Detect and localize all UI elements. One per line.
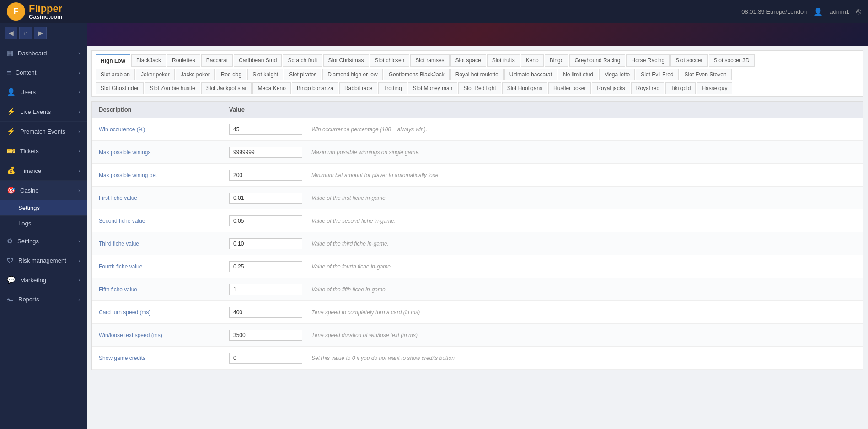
settings-input-third-fiche-value[interactable]: [229, 238, 302, 249]
marketing-icon: 💬: [7, 276, 16, 284]
tab-slot-red-light[interactable]: Slot Red light: [458, 82, 501, 94]
settings-row-show-game-credits: Show game creditsSet this value to 0 if …: [92, 347, 863, 370]
settings-input-win-loose-text-speed[interactable]: [229, 330, 302, 341]
sidebar-sub-item-logs[interactable]: Logs: [0, 216, 87, 231]
tab-slot-money-man[interactable]: Slot Money man: [408, 82, 458, 94]
sidebar-forward-button[interactable]: ▶: [34, 27, 47, 39]
tab-bingo-bonanza[interactable]: Bingo bonanza: [292, 82, 338, 94]
sidebar-sub-item-settings[interactable]: Settings: [0, 200, 87, 216]
logout-icon[interactable]: ⎋: [856, 7, 861, 16]
tab-horse-racing[interactable]: Horse Racing: [626, 54, 670, 67]
tab-bingo[interactable]: Bingo: [545, 54, 569, 67]
tab-slot-fruits[interactable]: Slot fruits: [487, 54, 520, 67]
tab-baccarat[interactable]: Baccarat: [201, 54, 233, 67]
sidebar-item-marketing[interactable]: 💬 Marketing ›: [0, 270, 87, 290]
settings-label-win-occurrence: Win occurence (%): [99, 126, 229, 133]
tab-high-low[interactable]: High Low: [96, 54, 130, 67]
tab-slot-ghost-rider[interactable]: Slot Ghost rider: [96, 82, 144, 94]
chevron-right-icon: ›: [78, 70, 80, 75]
settings-input-max-possible-winning-bet[interactable]: [229, 170, 302, 181]
settings-row-second-fiche-value: Second fiche valueValue of the second fi…: [92, 209, 863, 232]
sidebar-item-dashboard[interactable]: ▦ Dashboard ›: [0, 43, 87, 63]
sidebar-label-finance: Finance: [20, 167, 41, 174]
tab-slot-ramses[interactable]: Slot ramses: [410, 54, 449, 67]
tab-slot-christmas[interactable]: Slot Christmas: [323, 54, 369, 67]
sidebar-back-button[interactable]: ◀: [5, 27, 17, 39]
sidebar-item-content[interactable]: ≡ Content ›: [0, 63, 87, 82]
prematch-events-icon: ⚡: [7, 127, 16, 135]
tab-ultimate-baccarat[interactable]: Ultimate baccarat: [504, 69, 557, 80]
settings-hint-max-possible-winning-bet: Minimum bet amount for player to automat…: [311, 172, 856, 178]
tab-slot-even-steven[interactable]: Slot Even Steven: [680, 69, 732, 80]
tab-rabbit-race[interactable]: Rabbit race: [339, 82, 377, 94]
sidebar-item-reports[interactable]: 🏷 Reports ›: [0, 290, 87, 309]
casino-icon: 🎯: [7, 186, 16, 194]
sidebar-item-settings[interactable]: ⚙ Settings ›: [0, 231, 87, 251]
tab-slot-arabian[interactable]: Slot arabian: [96, 69, 135, 80]
tab-hasselguy[interactable]: Hasselguy: [697, 82, 732, 94]
tab-slot-pirates[interactable]: Slot pirates: [284, 69, 321, 80]
tab-scratch-fruit[interactable]: Scratch fruit: [283, 54, 322, 67]
sidebar-item-finance[interactable]: 💰 Finance ›: [0, 161, 87, 181]
tab-slot-space[interactable]: Slot space: [450, 54, 486, 67]
tab-jacks-poker[interactable]: Jacks poker: [176, 69, 215, 80]
tab-slot-zombie-hustle[interactable]: Slot Zombie hustle: [145, 82, 200, 94]
sidebar-item-prematch-events[interactable]: ⚡ Prematch Events ›: [0, 122, 87, 141]
settings-input-card-turn-speed[interactable]: [229, 307, 302, 318]
sidebar-label-content: Content: [16, 69, 37, 76]
sidebar-item-casino[interactable]: 🎯 Casino ›: [0, 181, 87, 200]
tab-royal-jacks[interactable]: Royal jacks: [592, 82, 630, 94]
settings-hint-third-fiche-value: Value of the third fiche in-game.: [311, 241, 856, 247]
tab-slot-evil-fred[interactable]: Slot Evil Fred: [636, 69, 678, 80]
sidebar-label-live-events: Live Events: [20, 108, 51, 115]
settings-input-first-fiche-value[interactable]: [229, 193, 302, 204]
sidebar-item-tickets[interactable]: 🎫 Tickets ›: [0, 141, 87, 161]
tab-slot-chicken[interactable]: Slot chicken: [370, 54, 410, 67]
tab-joker-poker[interactable]: Joker poker: [136, 69, 175, 80]
sidebar-label-tickets: Tickets: [20, 148, 39, 155]
tab-slot-hooligans[interactable]: Slot Hooligans: [502, 82, 547, 94]
header-description: Description: [99, 106, 229, 113]
sidebar-item-risk-management[interactable]: 🛡 Risk management ›: [0, 251, 87, 270]
logo-text: Flipper Casino.com: [29, 4, 63, 20]
tab-slot-soccer-3d[interactable]: Slot soccer 3D: [709, 54, 755, 67]
tab-royal-red[interactable]: Royal red: [631, 82, 664, 94]
tab-keno[interactable]: Keno: [521, 54, 544, 67]
tab-diamond-high-or-low[interactable]: Diamond high or low: [322, 69, 382, 80]
sidebar-item-live-events[interactable]: ⚡ Live Events ›: [0, 102, 87, 122]
tab-trotting[interactable]: Trotting: [378, 82, 407, 94]
tab-caribbean-stud[interactable]: Caribbean Stud: [234, 54, 282, 67]
tab-royal-hot-roulette[interactable]: Royal hot roulette: [450, 69, 504, 80]
tab-hustler-poker[interactable]: Hustler poker: [548, 82, 591, 94]
settings-input-fourth-fiche-value[interactable]: [229, 261, 302, 272]
settings-row-max-possible-winning-bet: Max possible wining betMinimum bet amoun…: [92, 164, 863, 187]
content-area: High LowBlackJackRoulettesBaccaratCaribb…: [87, 23, 868, 429]
sidebar-item-users[interactable]: 👤 Users ›: [0, 82, 87, 102]
settings-input-show-game-credits[interactable]: [229, 353, 302, 364]
settings-row-max-possible-winnings: Max possible winingsMaximum possible win…: [92, 141, 863, 164]
settings-input-max-possible-winnings[interactable]: [229, 147, 302, 158]
sidebar-home-button[interactable]: ⌂: [19, 27, 32, 39]
tab-slot-jackpot-star[interactable]: Slot Jackpot star: [201, 82, 252, 94]
sidebar-nav-controls: ◀ ⌂ ▶: [0, 23, 87, 43]
settings-hint-max-possible-winnings: Maximum possible winnings on single game…: [311, 149, 856, 156]
settings-input-fifth-fiche-value[interactable]: [229, 284, 302, 295]
tab-slot-knight[interactable]: Slot knight: [247, 69, 283, 80]
tab-roulettes[interactable]: Roulettes: [167, 54, 200, 67]
sidebar-label-users: Users: [20, 89, 36, 96]
tab-slot-soccer[interactable]: Slot soccer: [670, 54, 707, 67]
tab-mega-lotto[interactable]: Mega lotto: [599, 69, 635, 80]
tab-red-dog[interactable]: Red dog: [216, 69, 246, 80]
logo-icon: F: [7, 2, 25, 21]
live-events-icon: ⚡: [7, 107, 16, 116]
tab-blackjack[interactable]: BlackJack: [131, 54, 166, 67]
chevron-right-icon: ›: [78, 148, 80, 154]
tab-greyhound-racing[interactable]: Greyhound Racing: [569, 54, 625, 67]
settings-label-third-fiche-value: Third fiche value: [99, 241, 229, 247]
tab-gentlemens-blackjack[interactable]: Gentlemens BlackJack: [384, 69, 450, 80]
settings-input-second-fiche-value[interactable]: [229, 215, 302, 226]
settings-input-win-occurrence[interactable]: [229, 124, 302, 135]
tab-no-limit-stud[interactable]: No limit stud: [558, 69, 598, 80]
tab-mega-keno[interactable]: Mega Keno: [252, 82, 290, 94]
tab-tiki-gold[interactable]: Tiki gold: [665, 82, 696, 94]
